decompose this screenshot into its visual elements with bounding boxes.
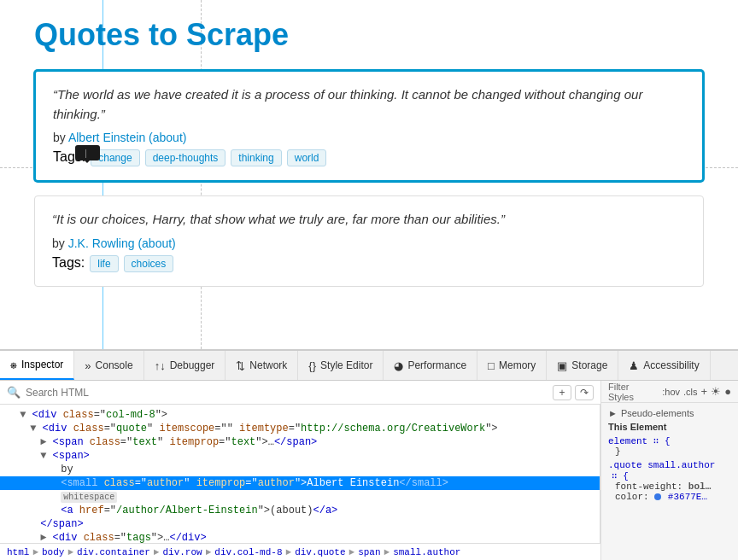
styles-panel: Filter Styles :hov .cls + ☀ ● ► Pseudo-e… xyxy=(601,381,738,560)
quote-tags-1: Tags: change deep-thoughts thinking worl… xyxy=(53,149,685,166)
about-link-2[interactable]: (about) xyxy=(138,236,175,250)
add-node-button[interactable]: + xyxy=(553,385,571,400)
pseudo-elements-label: Pseudo-elements xyxy=(621,408,694,418)
add-rule-btn[interactable]: + xyxy=(701,385,708,398)
tag-deep-thoughts[interactable]: deep-thoughts xyxy=(145,149,226,166)
pseudo-cls[interactable]: .cls xyxy=(683,387,698,397)
html-line-3: ► <span class="text" itemprop="text">…</… xyxy=(0,435,600,449)
memory-icon: □ xyxy=(488,359,495,372)
toggle-5[interactable]: ► xyxy=(40,532,46,543)
tab-debugger-label: Debugger xyxy=(170,359,215,371)
page-content: Quotes to Scrape “The world as we have c… xyxy=(0,0,738,318)
tab-style-editor[interactable]: {} Style Editor xyxy=(298,351,384,380)
toggle-2[interactable]: ▼ xyxy=(30,423,36,435)
tags-label-2: Tags: xyxy=(52,255,85,272)
tab-console[interactable]: » Console xyxy=(74,351,144,380)
search-html-input[interactable] xyxy=(26,387,553,399)
tab-debugger[interactable]: ↑↓ Debugger xyxy=(144,351,226,380)
pseudo-expand-icon: ► xyxy=(608,408,618,418)
pick-element-button[interactable]: ↷ xyxy=(575,385,594,400)
html-line-5: by xyxy=(0,463,600,476)
network-icon: ⇅ xyxy=(236,359,245,372)
quote-box-1: “The world as we have created it is a pr… xyxy=(34,70,704,182)
tag-world[interactable]: world xyxy=(287,149,327,166)
html-line-9: ► <div class="tags">…</div> xyxy=(0,531,600,543)
inspector-icon: ⎈ xyxy=(10,359,17,371)
quote-by-2: by J.K. Rowling (about) xyxy=(52,236,686,250)
bc-row[interactable]: div.row xyxy=(162,547,202,557)
search-bar: 🔍 + ↷ xyxy=(0,381,600,405)
element-tooltip: | xyxy=(75,145,100,160)
page-preview: Quotes to Scrape “The world as we have c… xyxy=(0,0,738,350)
bc-small-author[interactable]: small.author xyxy=(393,547,460,557)
light-dark-toggle[interactable]: ☀ xyxy=(711,385,721,398)
quote-tags-2: Tags: life choices xyxy=(52,255,686,272)
html-inspector-panel: 🔍 + ↷ ▼ <div class="col-md-8"> ▼ <div cl… xyxy=(0,381,601,560)
bc-body[interactable]: body xyxy=(42,547,64,557)
console-icon: » xyxy=(85,359,91,372)
quote-text-1: “The world as we have created it is a pr… xyxy=(53,85,685,124)
bc-span[interactable]: span xyxy=(358,547,380,557)
tag-life[interactable]: life xyxy=(90,255,118,272)
filter-styles-label: Filter Styles xyxy=(608,382,655,402)
tab-network-label: Network xyxy=(249,359,287,371)
toggle-4[interactable]: ▼ xyxy=(40,450,46,462)
breadcrumb: html ► body ► div.container ► div.row ► … xyxy=(0,543,600,560)
filter-styles-bar: Filter Styles :hov .cls + ☀ ● xyxy=(601,381,738,403)
html-line-1: ▼ <div class="col-md-8"> xyxy=(0,408,600,422)
pseudo-hov[interactable]: :hov xyxy=(662,387,680,397)
tab-memory-label: Memory xyxy=(499,359,536,371)
tab-network[interactable]: ⇅ Network xyxy=(226,351,298,380)
panel-body: 🔍 + ↷ ▼ <div class="col-md-8"> ▼ <div cl… xyxy=(0,381,738,560)
toggle-1[interactable]: ▼ xyxy=(20,409,26,421)
css-rule-element: element ∷ { } xyxy=(608,435,731,457)
more-styles-btn[interactable]: ● xyxy=(724,385,731,398)
author-link-1[interactable]: Albert Einstein xyxy=(68,131,145,144)
tab-inspector-label: Inspector xyxy=(21,359,63,370)
html-line-whitespace: whitespace xyxy=(0,490,600,504)
bc-container[interactable]: div.container xyxy=(77,547,150,557)
html-line-selected[interactable]: <small class="author" itemprop="author">… xyxy=(0,476,600,490)
quote-by-1: by Albert Einstein (about) xyxy=(53,131,685,144)
tab-storage-label: Storage xyxy=(571,359,607,371)
html-line-4: ▼ <span> xyxy=(0,449,600,463)
quote-box-2: “It is our choices, Harry, that show wha… xyxy=(34,195,704,287)
tab-performance-label: Performance xyxy=(407,359,466,371)
color-swatch[interactable] xyxy=(654,493,661,500)
accessibility-icon: ♟ xyxy=(629,359,639,372)
filter-bar-actions: :hov .cls + ☀ ● xyxy=(662,385,731,398)
tab-performance[interactable]: ◕ Performance xyxy=(384,351,477,380)
search-actions: + ↷ xyxy=(553,385,594,400)
bc-html[interactable]: html xyxy=(7,547,29,557)
bc-col-md-8[interactable]: div.col-md-8 xyxy=(214,547,282,557)
storage-icon: ▣ xyxy=(557,359,567,372)
pseudo-elements-toggle[interactable]: ► Pseudo-elements xyxy=(608,408,731,418)
about-link-1[interactable]: (about) xyxy=(149,131,186,144)
tab-console-label: Console xyxy=(96,359,133,371)
search-icon: 🔍 xyxy=(7,386,20,399)
page-title: Quotes to Scrape xyxy=(34,17,704,53)
tab-accessibility[interactable]: ♟ Accessibility xyxy=(618,351,710,380)
tab-storage[interactable]: ▣ Storage xyxy=(547,351,618,380)
html-line-7: <a href="/author/Albert-Einstein">(about… xyxy=(0,504,600,517)
performance-icon: ◕ xyxy=(394,359,403,372)
tag-thinking[interactable]: thinking xyxy=(231,149,281,166)
author-link-2[interactable]: J.K. Rowling xyxy=(68,236,135,250)
tab-style-editor-label: Style Editor xyxy=(320,359,372,371)
tab-accessibility-label: Accessibility xyxy=(643,359,699,371)
html-line-8: </span> xyxy=(0,517,600,531)
tag-choices[interactable]: choices xyxy=(124,255,174,272)
this-element-label: This Element xyxy=(608,422,731,432)
styles-content: ► Pseudo-elements This Element element ∷… xyxy=(601,403,738,560)
devtools-toolbar: ⎈ Inspector » Console ↑↓ Debugger ⇅ Netw… xyxy=(0,350,738,381)
style-editor-icon: {} xyxy=(308,359,316,372)
quote-text-2: “It is our choices, Harry, that show wha… xyxy=(52,210,686,230)
css-rule-quote-small-author: .quote small.author ∷ { font-weight: bol… xyxy=(608,460,731,502)
html-tree: ▼ <div class="col-md-8"> ▼ <div class="q… xyxy=(0,405,600,543)
bc-quote[interactable]: div.quote xyxy=(295,547,345,557)
tab-inspector[interactable]: ⎈ Inspector xyxy=(0,351,74,380)
devtools-panel: ⎈ Inspector » Console ↑↓ Debugger ⇅ Netw… xyxy=(0,350,738,560)
tab-memory[interactable]: □ Memory xyxy=(477,351,547,380)
toggle-3[interactable]: ► xyxy=(40,436,46,448)
html-line-2: ▼ <div class="quote" itemscope="" itemty… xyxy=(0,422,600,435)
